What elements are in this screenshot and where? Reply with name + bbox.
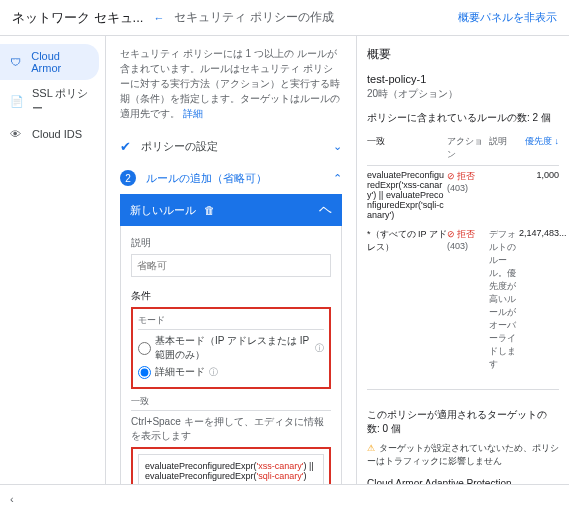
header: ネットワーク セキュ... ← セキュリティ ポリシーの作成 概要パネルを非表示 xyxy=(0,0,569,36)
step-1[interactable]: ✔ ポリシーの設定 ⌄ xyxy=(120,131,342,162)
footer: ‹ xyxy=(0,484,569,512)
page-title: セキュリティ ポリシーの作成 xyxy=(174,9,333,26)
toggle-panel-link[interactable]: 概要パネルを非表示 xyxy=(458,10,557,25)
mode-basic-radio[interactable]: 基本モード（IP アドレスまたは IP 範囲のみ） ⓘ xyxy=(138,334,324,362)
detail-link[interactable]: 詳細 xyxy=(183,108,203,119)
policy-name: test-policy-1 xyxy=(367,73,559,85)
chevron-down-icon[interactable]: ⌄ xyxy=(333,140,342,153)
table-row: evaluatePreconfiguredExpr('xss-canary') … xyxy=(367,166,559,224)
sidebar-item-ids[interactable]: 👁 Cloud IDS xyxy=(0,122,105,146)
mode-advanced-radio[interactable]: 詳細モード ⓘ xyxy=(138,365,324,379)
mode-label: モード xyxy=(138,314,324,330)
doc-icon: 📄 xyxy=(10,95,24,108)
table-row: *（すべての IP アドレス） 拒否(403) デフォルトのルール。優先度が高い… xyxy=(367,224,559,375)
description: セキュリティ ポリシーには 1 つ以上の ルールが含まれています。ルールはセキュ… xyxy=(120,46,342,121)
sidebar-item-label: Cloud IDS xyxy=(32,128,82,140)
eye-icon: 👁 xyxy=(10,128,24,140)
sidebar-item-label: Cloud Armor xyxy=(31,50,89,74)
help-icon[interactable]: ⓘ xyxy=(315,342,324,355)
summary-panel: 概要 test-policy-1 20時（オプション） ポリシーに含まれているル… xyxy=(357,36,569,484)
back-icon[interactable]: ← xyxy=(153,12,164,24)
step-number: 2 xyxy=(120,170,136,186)
code-highlight: evaluatePreconfiguredExpr('xss-canary') … xyxy=(131,447,331,484)
step-2[interactable]: 2 ルールの追加（省略可） ⌃ xyxy=(120,162,342,194)
collapse-icon[interactable]: ヘ xyxy=(319,201,332,219)
shield-icon: 🛡 xyxy=(10,56,23,68)
desc-label: 説明 xyxy=(131,236,331,250)
help-icon[interactable]: ⓘ xyxy=(209,366,218,379)
sidebar-item-cloud-armor[interactable]: 🛡 Cloud Armor xyxy=(0,44,99,80)
check-icon: ✔ xyxy=(120,139,131,154)
condition-label: 条件 xyxy=(131,289,331,303)
panel-title: 新しいルール xyxy=(130,203,196,218)
sidebar: 🛡 Cloud Armor 📄 SSL ポリシー 👁 Cloud IDS xyxy=(0,36,106,484)
main-content: セキュリティ ポリシーには 1 つ以上の ルールが含まれています。ルールはセキュ… xyxy=(106,36,357,484)
sidebar-item-label: SSL ポリシー xyxy=(32,86,95,116)
table-header: 一致 アクション 説明 優先度 ↓ xyxy=(367,131,559,166)
chevron-up-icon[interactable]: ⌃ xyxy=(333,172,342,185)
desc-input[interactable] xyxy=(131,254,331,277)
rule-panel-header: 新しいルール 🗑 ヘ xyxy=(120,194,342,226)
match-label: 一致 xyxy=(131,395,331,411)
code-editor[interactable]: evaluatePreconfiguredExpr('xss-canary') … xyxy=(138,454,324,484)
trash-icon[interactable]: 🗑 xyxy=(204,204,215,216)
summary-title: 概要 xyxy=(367,46,559,63)
mode-highlight: モード 基本モード（IP アドレスまたは IP 範囲のみ） ⓘ 詳細モード ⓘ xyxy=(131,307,331,389)
product-title: ネットワーク セキュ... xyxy=(12,9,143,27)
sidebar-item-ssl[interactable]: 📄 SSL ポリシー xyxy=(0,80,105,122)
rule-panel-body: 説明 条件 モード 基本モード（IP アドレスまたは IP 範囲のみ） ⓘ 詳細… xyxy=(120,226,342,484)
collapse-icon[interactable]: ‹ xyxy=(10,493,14,505)
warning-icon: ⚠ xyxy=(367,443,375,453)
